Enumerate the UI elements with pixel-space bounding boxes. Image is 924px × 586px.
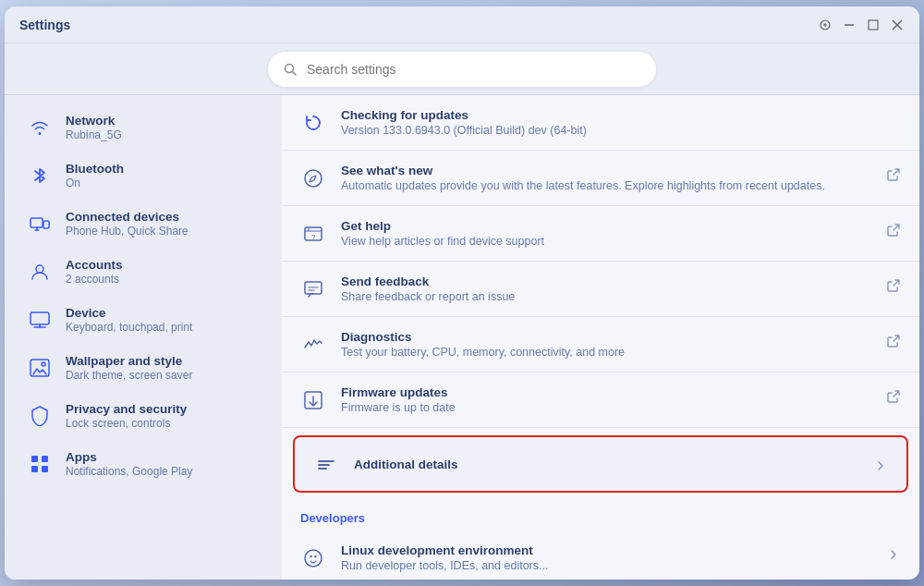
apps-sublabel: Notifications, Google Play [66,465,192,478]
privacy-sublabel: Lock screen, controls [66,417,187,430]
wifi-icon [27,115,53,140]
zoom-button[interactable] [818,18,833,32]
panel-item-additional-details[interactable]: Additional details [293,435,908,493]
sidebar-item-device[interactable]: Device Keyboard, touchpad, print [12,297,274,343]
minimize-button[interactable] [842,18,857,32]
svg-point-13 [36,265,43,273]
svg-text:?: ? [311,233,316,241]
devices-icon [27,211,53,237]
bluetooth-label: Bluetooth [66,162,124,176]
connected-devices-sublabel: Phone Hub, Quick Share [66,225,188,238]
firmware-external-icon [886,389,901,404]
developers-section-header: Developers [282,500,919,531]
svg-rect-14 [30,312,49,324]
panel-item-see-whats-new[interactable]: See what's new Automatic updates provide… [282,151,919,206]
feedback-icon [300,276,326,302]
see-whats-new-desc: Automatic updates provide you with the l… [341,179,871,192]
wallpaper-icon [27,355,53,381]
svg-rect-9 [30,218,43,227]
see-whats-new-title: See what's new [341,164,871,177]
panel-item-diagnostics[interactable]: Diagnostics Test your battery, CPU, memo… [282,317,919,372]
bluetooth-sublabel: On [66,177,124,189]
network-label: Network [66,114,122,128]
linux-chevron [886,547,901,562]
panel-item-firmware[interactable]: Firmware updates Firmware is up to date [282,372,919,428]
sidebar: Network Rubina_5G Bluetooth On [5,95,282,580]
additional-details-title: Additional details [354,458,858,471]
maximize-button[interactable] [866,18,881,32]
main-content: Network Rubina_5G Bluetooth On [5,95,919,580]
svg-rect-22 [42,466,48,472]
connected-devices-label: Connected devices [66,210,188,224]
diagnostics-desc: Test your battery, CPU, memory, connecti… [341,346,871,359]
get-help-title: Get help [341,219,871,233]
right-panel: Checking for updates Version 133.0.6943.… [282,95,919,580]
get-help-external-icon [886,223,901,238]
privacy-icon [27,403,53,429]
network-sublabel: Rubina_5G [66,128,122,141]
external-link-icon [886,167,901,182]
panel-item-checking-updates[interactable]: Checking for updates Version 133.0.6943.… [282,95,919,151]
sidebar-item-wallpaper[interactable]: Wallpaper and style Dark theme, screen s… [12,345,274,391]
svg-rect-21 [31,466,38,472]
svg-rect-19 [31,456,38,462]
bluetooth-icon [27,163,53,189]
svg-rect-4 [869,20,878,30]
svg-rect-10 [43,221,49,228]
firmware-icon [300,387,326,413]
sidebar-item-apps[interactable]: Apps Notifications, Google Play [12,441,274,487]
privacy-label: Privacy and security [66,402,187,416]
svg-point-23 [305,170,322,187]
title-bar: Settings [5,6,919,43]
panel-item-send-feedback[interactable]: Send feedback Share feedback or report a… [282,262,919,317]
device-sublabel: Keyboard, touchpad, print [66,321,192,334]
sidebar-item-connected-devices[interactable]: Connected devices Phone Hub, Quick Share [12,201,274,247]
send-feedback-desc: Share feedback or report an issue [341,290,871,303]
device-label: Device [66,306,192,320]
additional-details-icon [313,452,339,478]
sidebar-item-network[interactable]: Network Rubina_5G [12,104,274,151]
diagnostics-icon [300,332,326,358]
send-feedback-title: Send feedback [341,275,871,288]
svg-line-8 [293,71,297,75]
search-bar-area [5,43,919,95]
panel-item-get-help[interactable]: ? Get help View help articles or find de… [282,206,919,262]
sidebar-item-bluetooth[interactable]: Bluetooth On [12,153,274,199]
help-icon: ? [300,221,326,247]
search-icon [283,62,298,77]
svg-point-35 [305,550,322,567]
search-bar[interactable] [268,52,656,87]
device-icon [27,307,53,333]
close-button[interactable] [890,18,905,32]
accounts-sublabel: 2 accounts [66,273,123,286]
checking-updates-desc: Version 133.0.6943.0 (Official Build) de… [341,124,901,137]
svg-point-36 [310,555,311,557]
update-icon [300,110,326,136]
compass-icon [300,165,326,191]
firmware-desc: Firmware is up to date [341,401,871,414]
sidebar-item-accounts[interactable]: Accounts 2 accounts [12,249,274,295]
wallpaper-sublabel: Dark theme, screen saver [66,369,192,382]
svg-point-37 [314,555,316,557]
get-help-desc: View help articles or find device suppor… [341,235,871,248]
svg-rect-20 [42,456,48,462]
panel-item-linux[interactable]: Linux development environment Run develo… [282,531,919,580]
search-input[interactable] [307,62,641,77]
sidebar-item-privacy[interactable]: Privacy and security Lock screen, contro… [12,393,274,439]
linux-title: Linux development environment [341,543,871,557]
firmware-title: Firmware updates [341,385,871,399]
diagnostics-external-icon [886,334,901,348]
diagnostics-title: Diagnostics [341,330,871,344]
checking-updates-title: Checking for updates [341,108,901,122]
apps-icon [27,451,53,477]
feedback-external-icon [886,278,901,293]
settings-window: Settings [5,6,919,580]
apps-label: Apps [66,450,192,464]
wallpaper-label: Wallpaper and style [66,354,192,368]
window-title: Settings [19,18,70,32]
accounts-icon [27,259,53,285]
linux-desc: Run developer tools, IDEs, and editors..… [341,559,871,572]
accounts-label: Accounts [66,258,123,272]
additional-details-chevron [873,458,888,473]
svg-point-17 [42,362,45,366]
